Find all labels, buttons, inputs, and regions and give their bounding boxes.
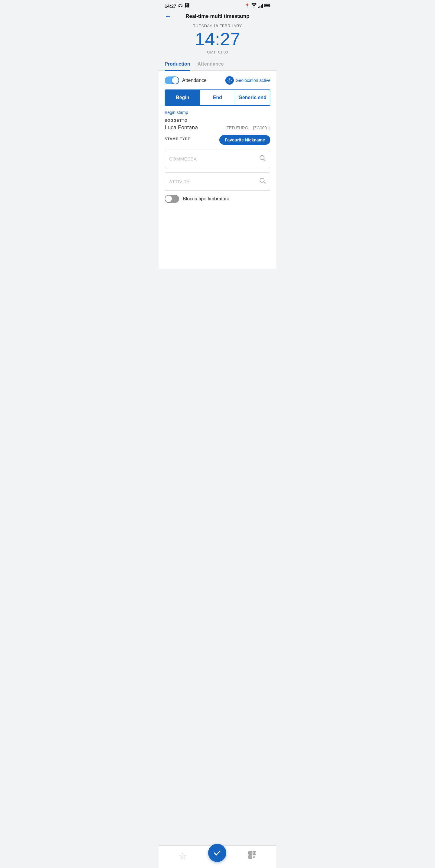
- svg-line-7: [264, 159, 266, 161]
- stamp-type-row: STAMP TYPE Favourite Nickname: [165, 135, 270, 145]
- stamp-type-buttons: Begin End Generic end: [165, 89, 270, 106]
- attendance-toggle-group: Attendance: [165, 76, 207, 84]
- svg-marker-5: [229, 81, 230, 82]
- page-title: Real-time multi timestamp: [186, 13, 249, 19]
- end-button[interactable]: End: [200, 90, 235, 105]
- geo-label: Geolocation active: [236, 78, 270, 83]
- attendance-label: Attendance: [182, 78, 207, 83]
- tab-production[interactable]: Production: [165, 61, 190, 71]
- main-content: Attendance Geolocation active Begin End …: [159, 71, 276, 269]
- compass-icon: [225, 76, 234, 85]
- star-button[interactable]: ☆: [178, 851, 187, 861]
- soggetto-section-label: SOGGETTO: [165, 119, 270, 123]
- attivita-input[interactable]: ATTIVITA': [165, 172, 270, 191]
- tab-attendance[interactable]: Attendance: [197, 61, 224, 71]
- subject-name: Luca Fontana: [165, 125, 198, 131]
- status-icons: 📍: [245, 3, 270, 8]
- date-label: TUESDAY 18 FEBRUARY: [165, 24, 270, 28]
- wifi-icon: [251, 3, 257, 8]
- commessa-input[interactable]: COMMESSA: [165, 150, 270, 168]
- svg-rect-1: [270, 5, 271, 6]
- clock-display: 14:27: [165, 29, 270, 49]
- confirm-button[interactable]: [208, 844, 226, 862]
- bottom-nav: ☆: [159, 845, 276, 868]
- svg-rect-16: [253, 856, 254, 857]
- geo-group[interactable]: Geolocation active: [225, 76, 270, 85]
- time-display: 14:27: [165, 3, 176, 8]
- begin-button[interactable]: Begin: [165, 90, 200, 105]
- attivita-search-icon: [259, 178, 266, 186]
- subject-row: Luca Fontana ZED EURO... [ZC0001]: [165, 125, 270, 131]
- header: ← Real-time multi timestamp: [159, 10, 276, 19]
- qr-button[interactable]: [248, 851, 257, 861]
- begin-stamp-label: Begin stamp: [165, 110, 270, 115]
- svg-rect-17: [254, 856, 255, 857]
- timezone-label: GMT+01:00: [165, 50, 270, 54]
- generic-end-button[interactable]: Generic end: [235, 90, 270, 105]
- svg-rect-11: [249, 852, 251, 854]
- datetime-section: TUESDAY 18 FEBRUARY 14:27 GMT+01:00: [159, 19, 276, 57]
- attendance-toggle[interactable]: [165, 76, 179, 84]
- svg-marker-4: [229, 79, 230, 81]
- gallery-icon: 🖼: [185, 3, 190, 8]
- status-time: 14:27 🗂 🖼: [165, 3, 190, 8]
- attivita-placeholder: ATTIVITA': [169, 179, 191, 184]
- stamp-type-section-label: STAMP TYPE: [165, 137, 191, 141]
- subject-code: ZED EURO... [ZC0001]: [227, 125, 270, 130]
- attendance-row: Attendance Geolocation active: [165, 76, 270, 85]
- svg-rect-2: [265, 4, 269, 7]
- svg-rect-19: [254, 857, 255, 858]
- svg-rect-13: [254, 852, 255, 854]
- svg-rect-18: [253, 857, 254, 858]
- stamp-type-badge[interactable]: Favourite Nickname: [219, 135, 270, 145]
- svg-line-9: [264, 182, 266, 184]
- blocca-label: Blocca tipo timbratura: [183, 196, 230, 202]
- signal-icon: [258, 4, 263, 8]
- battery-icon: [264, 3, 270, 8]
- dropbox-icon: 🗂: [178, 3, 183, 8]
- commessa-placeholder: COMMESSA: [169, 156, 197, 161]
- location-icon: 📍: [245, 3, 250, 8]
- blocca-row: Blocca tipo timbratura: [165, 195, 270, 203]
- status-bar: 14:27 🗂 🖼 📍: [159, 0, 276, 10]
- tabs-container: Production Attendance: [159, 57, 276, 71]
- commessa-search-icon: [259, 155, 266, 163]
- back-button[interactable]: ←: [165, 13, 171, 20]
- svg-rect-15: [249, 856, 251, 858]
- blocca-toggle[interactable]: [165, 195, 179, 203]
